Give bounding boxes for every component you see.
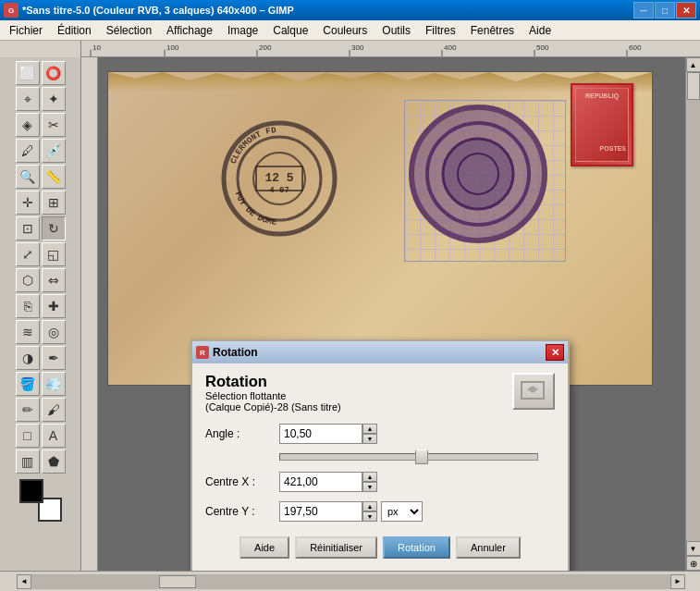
center-x-spin-down[interactable]: ▼ [362,482,377,492]
scroll-thumb-vertical[interactable] [687,72,700,100]
angle-spin-up[interactable]: ▲ [362,424,377,434]
tool-color-select[interactable]: ◈ [16,113,40,137]
center-y-input[interactable] [279,501,362,522]
menu-couleurs[interactable]: Couleurs [315,22,375,39]
preview-button[interactable] [512,373,555,410]
tool-rotate[interactable]: ↻ [42,216,66,240]
angle-slider-thumb[interactable] [415,449,428,464]
tool-scissors[interactable]: ✂ [42,113,66,137]
aide-button[interactable]: Aide [239,536,289,559]
svg-text:12 5: 12 5 [264,171,293,185]
close-button[interactable]: ✕ [676,2,696,18]
scroll-track-vertical[interactable] [686,72,700,541]
tool-airbrush[interactable]: 💨 [42,372,66,396]
tool-brush[interactable]: 🖌 [42,398,66,422]
tool-blend[interactable]: ▥ [16,449,40,474]
tool-ellipse-select[interactable]: ⭕ [42,61,66,85]
dialog-title-text: Rotation [213,346,258,359]
tool-smudge[interactable]: ≋ [16,320,40,344]
tool-fuzzy-select[interactable]: ✦ [42,87,66,111]
dialog-buttons: Aide Réinitialiser Rotation Annuler [205,531,555,562]
angle-spin-down[interactable]: ▼ [362,434,377,444]
tool-perspective[interactable]: ⬡ [16,268,40,292]
angle-slider-track[interactable] [279,453,538,461]
scroll-right-button[interactable]: ► [670,574,685,589]
menu-calque[interactable]: Calque [265,22,315,39]
tool-dodge-burn[interactable]: ◑ [16,346,40,370]
menu-fichier[interactable]: Fichier [2,22,50,39]
postage-stamp-inner: REPUBLIQ POSTES [575,88,629,162]
tool-crop[interactable]: ⊡ [16,216,40,240]
scroll-thumb-horizontal[interactable] [159,575,196,588]
angle-input[interactable] [279,424,362,444]
tool-shear[interactable]: ◱ [42,242,66,266]
dialog-header-text: Rotation Sélection flottante (Calque Cop… [205,373,341,412]
scrollbar-vertical: ▲ ▼ ⊕ [685,57,700,571]
scroll-track-horizontal[interactable] [31,574,670,589]
unit-selector[interactable]: px mm cm [381,501,423,522]
tool-heal[interactable]: ✚ [42,294,66,318]
canvas-area: 12 5 4 07 CLERMONT FD PUY DE DOME [98,57,685,571]
tool-blur[interactable]: ◎ [42,320,66,344]
tool-clone[interactable]: ⎘ [16,294,40,318]
menu-selection[interactable]: Sélection [99,22,159,39]
ruler-svg: 10 100 200 300 400 500 600 [81,41,685,56]
menu-affichage[interactable]: Affichage [159,22,220,39]
minimize-button[interactable]: ─ [633,2,654,18]
scroll-up-button[interactable]: ▲ [686,57,701,72]
tool-move[interactable]: ✛ [16,191,40,215]
menu-edition[interactable]: Édition [50,22,99,39]
center-y-input-wrap: ▲ ▼ px mm cm [279,501,423,522]
tool-color-picker[interactable]: 💉 [42,139,66,163]
tool-free-select[interactable]: ⌖ [16,87,40,111]
svg-text:4   07: 4 07 [269,186,289,195]
rotation-button[interactable]: Rotation [383,536,450,559]
foreground-color[interactable] [19,479,43,503]
menu-bar: Fichier Édition Sélection Affichage Imag… [0,20,700,41]
tool-path[interactable]: ⬟ [42,449,66,474]
preview-icon [520,378,547,404]
center-y-label: Centre Y : [205,505,279,518]
tool-measure[interactable]: 📏 [42,165,66,189]
center-x-input[interactable] [279,472,362,492]
tool-ink[interactable]: ✒ [42,346,66,370]
annuler-button[interactable]: Annuler [456,536,521,559]
menu-image[interactable]: Image [220,22,265,39]
scroll-extra-button[interactable]: ⊕ [686,556,701,571]
tool-scale[interactable]: ⤢ [16,242,40,266]
image-canvas: 12 5 4 07 CLERMONT FD PUY DE DOME [107,71,653,386]
tool-zoom[interactable]: 🔍 [16,165,40,189]
menu-filtres[interactable]: Filtres [418,22,463,39]
maximize-button[interactable]: □ [655,2,675,18]
tool-paths[interactable]: 🖊 [16,139,40,163]
scroll-down-button[interactable]: ▼ [686,541,701,556]
center-y-spin-down[interactable]: ▼ [362,511,377,522]
dialog-title-bar: R Rotation ✕ [192,341,568,363]
scroll-left-button[interactable]: ◄ [17,574,31,589]
svg-text:10: 10 [92,43,101,52]
tool-text[interactable]: A [42,424,66,448]
tool-flip[interactable]: ⇔ [42,268,66,292]
menu-fenetres[interactable]: Fenêtres [463,22,522,39]
purple-stamp [404,100,552,248]
menu-outils[interactable]: Outils [375,22,418,39]
tool-align[interactable]: ⊞ [42,191,66,215]
tool-paint-bucket[interactable]: 🪣 [16,372,40,396]
tool-eraser[interactable]: □ [16,424,40,448]
ruler-horizontal: 10 100 200 300 400 500 600 [81,41,685,56]
clermont-stamp-svg: 12 5 4 07 CLERMONT FD PUY DE DOME [219,118,339,239]
window-title: *Sans titre-5.0 (Couleur RVB, 3 calques)… [22,5,294,16]
center-x-spin-up[interactable]: ▲ [362,472,377,482]
postage-stamp: REPUBLIQ POSTES [571,83,633,166]
tool-rectangle-select[interactable]: ⬜ [16,61,40,85]
reinitialiser-button[interactable]: Réinitialiser [295,536,377,559]
tool-pencil[interactable]: ✏ [16,398,40,422]
center-x-label: Centre X : [205,475,279,488]
svg-text:600: 600 [629,43,642,52]
dialog-close-button[interactable]: ✕ [546,344,564,361]
toolbox: ⬜ ⭕ ⌖ ✦ ◈ ✂ 🖊 💉 🔍 📏 ✛ ⊞ ⊡ ↻ ⤢ ◱ [0,57,81,571]
menu-aide[interactable]: Aide [522,22,559,39]
center-x-field-row: Centre X : ▲ ▼ [205,472,555,492]
postcard-background: 12 5 4 07 CLERMONT FD PUY DE DOME [108,72,652,385]
center-y-spin-up[interactable]: ▲ [362,501,377,511]
